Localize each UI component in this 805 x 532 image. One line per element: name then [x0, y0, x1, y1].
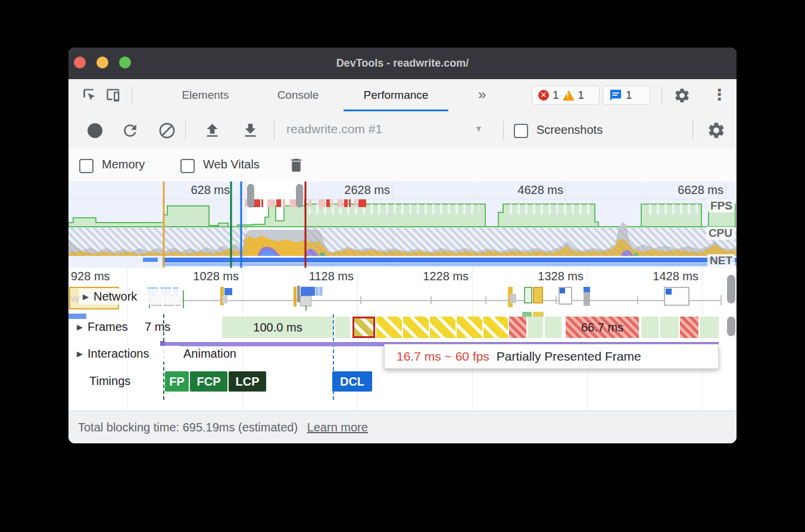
divider [662, 87, 662, 104]
frames-scrollbar-thumb[interactable] [727, 317, 735, 336]
network-request[interactable] [664, 287, 689, 306]
frame-duration-label: 66.7 ms [566, 317, 639, 338]
tab-elements[interactable]: Elements [173, 79, 238, 111]
performance-toolbar: readwrite.com #1 ▼ Screenshots [68, 112, 737, 149]
network-track-label: Network [93, 290, 137, 303]
divider [692, 120, 693, 140]
network-request[interactable] [558, 287, 572, 305]
dcl-marker-badge[interactable]: DCL [332, 371, 372, 392]
fcp-marker-badge[interactable]: FCP [190, 371, 227, 392]
overview-tick-6628: 6628 ms [652, 183, 723, 197]
inspect-element-icon[interactable] [82, 87, 98, 104]
device-toolbar-icon[interactable] [105, 87, 122, 104]
network-request[interactable] [224, 288, 232, 295]
frame-partial[interactable] [403, 317, 429, 338]
frame-selected[interactable] [352, 317, 375, 338]
network-request[interactable] [316, 287, 323, 296]
learn-more-link[interactable]: Learn more [307, 421, 368, 434]
frame-good[interactable] [528, 317, 543, 338]
total-blocking-time-text: Total blocking time: 695.19ms (estimated… [78, 421, 298, 434]
ruler-tick-1428: 1428 ms [644, 270, 698, 283]
frame-dropped[interactable] [680, 317, 698, 338]
ruler-tick-1228: 1228 ms [414, 270, 469, 283]
animation-bar-cap [160, 341, 165, 346]
settings-gear-icon[interactable] [673, 87, 691, 104]
frame-partial[interactable] [457, 317, 482, 338]
frame-good[interactable] [545, 317, 561, 338]
frame-good[interactable] [700, 317, 719, 338]
frame-good[interactable] [335, 317, 350, 338]
disclosure-triangle-icon[interactable]: ▶ [83, 292, 89, 301]
ruler-tick-928: 928 ms [71, 270, 126, 283]
frame-good[interactable] [660, 317, 679, 338]
fp-marker-badge[interactable]: FP [165, 371, 189, 392]
more-tabs-icon[interactable]: » [478, 86, 486, 103]
frame-partial[interactable] [483, 317, 508, 338]
history-dropdown-icon[interactable]: ▼ [475, 124, 483, 133]
reload-record-icon[interactable] [121, 121, 139, 140]
disclosure-triangle-icon[interactable]: ▶ [77, 349, 83, 358]
network-timing-tick [305, 305, 307, 311]
ruler-tick-1328: 1328 ms [529, 270, 584, 283]
frame-dropped[interactable] [509, 317, 526, 338]
frame-dropped-long[interactable]: 66.7 ms [566, 317, 639, 338]
cpu-track-label: CPU [706, 227, 735, 240]
desktop-background: DevTools - readwrite.com/ Elements Conso… [0, 0, 805, 532]
window-title: DevTools - readwrite.com/ [68, 48, 737, 79]
frame-good[interactable] [641, 317, 659, 338]
ruler-tick-1028: 1028 ms [184, 270, 239, 283]
timeline-mark [533, 312, 544, 317]
capture-settings-gear-icon[interactable] [707, 121, 726, 140]
network-request[interactable] [524, 287, 532, 303]
network-track-line [119, 300, 722, 301]
clear-recording-icon[interactable] [158, 121, 176, 140]
warning-count: 1 [578, 89, 585, 102]
network-request[interactable] [294, 287, 297, 306]
frame-good[interactable]: 100.0 ms [222, 317, 333, 338]
disclosure-triangle-icon[interactable]: ▶ [77, 323, 83, 331]
title-bar: DevTools - readwrite.com/ [68, 48, 737, 79]
tab-console[interactable]: Console [270, 79, 326, 111]
frames-track-header[interactable]: ▶ Frames [73, 319, 151, 335]
fps-track-label: FPS [708, 199, 735, 212]
tab-performance[interactable]: Performance [344, 79, 448, 111]
network-scrollbar-thumb[interactable] [727, 275, 735, 303]
animation-label: Animation [183, 347, 236, 361]
trash-icon[interactable] [288, 157, 305, 174]
capture-options-row: Memory Web Vitals [68, 149, 737, 182]
memory-checkbox[interactable] [79, 159, 93, 173]
message-count: 1 [626, 89, 632, 102]
record-button[interactable] [88, 123, 102, 138]
more-options-icon[interactable]: ⋮ [712, 86, 727, 104]
save-profile-icon[interactable] [241, 121, 260, 140]
overview-tick-4628: 4628 ms [492, 183, 563, 197]
web-vitals-label: Web Vitals [203, 158, 260, 171]
timeline-overview[interactable]: 628 ms 2628 ms 4628 ms 6628 ms FPS CPU N… [68, 181, 737, 268]
overview-tick-2628: 2628 ms [319, 183, 390, 197]
load-profile-icon[interactable] [203, 121, 221, 140]
tooltip-frame-title: Partially Presented Frame [497, 349, 641, 364]
error-count: 1 [553, 89, 559, 102]
lcp-marker-badge[interactable]: LCP [229, 371, 266, 392]
frame-partial[interactable] [430, 317, 455, 338]
web-vitals-checkbox[interactable] [180, 159, 195, 173]
messages-badge[interactable]: 1 [603, 86, 650, 105]
network-track-header[interactable]: ▶ Network [79, 289, 182, 305]
timeline-mark [522, 312, 532, 317]
screenshots-checkbox[interactable] [514, 124, 528, 138]
network-request[interactable] [222, 295, 227, 303]
interactions-track-header[interactable]: ▶ Interactions [73, 346, 180, 362]
frame-partial[interactable] [376, 317, 402, 338]
network-request[interactable] [510, 294, 516, 303]
network-request[interactable] [533, 287, 543, 303]
timeline-tracks-panel[interactable]: 928 ms 1028 ms 1128 ms 1228 ms 1328 ms 1… [68, 268, 737, 411]
issues-badge[interactable]: ✕ 1 1 [532, 86, 600, 105]
frame-duration-label: 100.0 ms [222, 317, 333, 338]
divider [185, 120, 186, 140]
ruler-tick-1128: 1128 ms [299, 270, 354, 283]
network-timing-tick [183, 290, 184, 308]
network-request[interactable] [584, 287, 590, 306]
network-request[interactable] [301, 287, 315, 296]
history-select[interactable]: readwrite.com #1 [286, 122, 382, 136]
gridline [472, 268, 473, 411]
